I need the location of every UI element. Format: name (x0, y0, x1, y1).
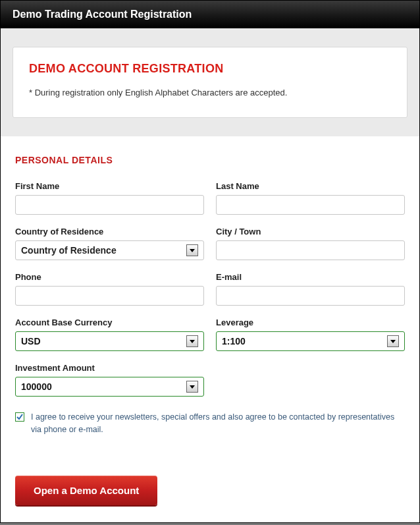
leverage-value: 1:100 (222, 336, 246, 346)
investment-value: 100000 (21, 381, 52, 392)
svg-marker-2 (390, 340, 396, 343)
submit-button[interactable]: Open a Demo Account (15, 476, 157, 505)
currency-label: Account Base Currency (15, 318, 204, 327)
svg-marker-0 (190, 249, 195, 252)
consent-checkbox[interactable] (15, 412, 24, 422)
phone-input[interactable] (15, 286, 204, 306)
leverage-select[interactable]: 1:100 (216, 331, 405, 351)
modal-header: Demo Trading Account Registration (1, 1, 419, 28)
investment-label: Investment Amount (15, 363, 204, 373)
modal-footer: Open a Demo Account (1, 462, 419, 522)
city-input[interactable] (216, 240, 405, 260)
info-area: DEMO ACCOUNT REGISTRATION * During regis… (1, 28, 419, 136)
first-name-label: First Name (15, 181, 204, 191)
country-value: Country of Residence (21, 245, 117, 256)
chevron-down-icon (186, 335, 198, 347)
submit-label: Open a Demo Account (34, 485, 139, 496)
consent-text: I agree to receive your newsletters, spe… (31, 411, 405, 436)
info-title: DEMO ACCOUNT REGISTRATION (29, 62, 391, 76)
last-name-input[interactable] (216, 195, 405, 215)
country-label: Country of Residence (15, 227, 204, 236)
phone-label: Phone (15, 272, 204, 282)
email-input[interactable] (216, 286, 405, 306)
last-name-label: Last Name (216, 181, 405, 191)
modal-title: Demo Trading Account Registration (13, 9, 192, 20)
chevron-down-icon (387, 335, 399, 347)
city-label: City / Town (216, 227, 405, 236)
investment-select[interactable]: 100000 (15, 377, 204, 397)
country-select[interactable]: Country of Residence (15, 240, 204, 260)
chevron-down-icon (186, 244, 198, 256)
currency-value: USD (21, 336, 41, 346)
svg-marker-1 (190, 340, 195, 343)
chevron-down-icon (186, 381, 198, 393)
checkmark-icon (16, 413, 24, 421)
leverage-label: Leverage (216, 318, 405, 327)
info-note: * During registration only English Alpha… (29, 88, 391, 97)
form-content: PERSONAL DETAILS First Name Last Name Co… (1, 136, 419, 462)
email-label: E-mail (216, 272, 405, 282)
section-title: PERSONAL DETAILS (15, 155, 405, 165)
registration-modal: Demo Trading Account Registration DEMO A… (0, 0, 420, 523)
first-name-input[interactable] (15, 195, 204, 215)
info-box: DEMO ACCOUNT REGISTRATION * During regis… (13, 47, 407, 118)
svg-marker-3 (190, 385, 195, 389)
currency-select[interactable]: USD (15, 331, 204, 351)
